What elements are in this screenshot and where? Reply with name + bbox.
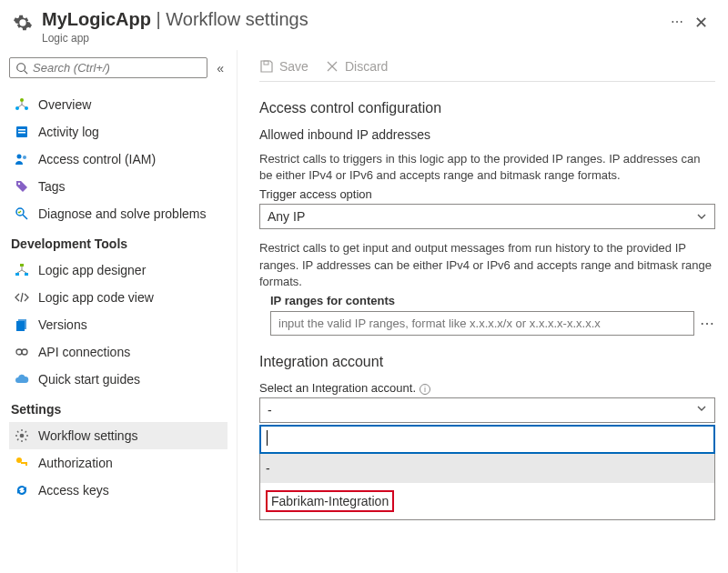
svg-point-18 — [16, 349, 22, 355]
sidebar: « Overview Activity log Access control (… — [0, 50, 237, 572]
refresh-icon — [15, 483, 29, 498]
main-content: Save Discard Access control configuratio… — [237, 50, 728, 572]
dropdown-item-fabrikam[interactable]: Fabrikam-Integration — [260, 483, 714, 519]
save-button[interactable]: Save — [259, 59, 308, 74]
svg-point-8 — [17, 155, 22, 159]
integration-label: Select an Integration account.i — [259, 381, 715, 395]
sidebar-item-activity[interactable]: Activity log — [9, 118, 228, 146]
discard-label: Discard — [345, 59, 388, 74]
section-integration: Integration account — [259, 354, 715, 370]
chevron-down-icon — [696, 403, 707, 414]
svg-point-19 — [22, 349, 27, 355]
sidebar-item-code[interactable]: Logic app code view — [9, 284, 228, 311]
svg-line-12 — [23, 215, 27, 219]
chevron-down-icon — [696, 211, 707, 222]
title-sep: | — [151, 9, 166, 29]
info-icon[interactable]: i — [420, 384, 430, 395]
discard-button[interactable]: Discard — [325, 59, 388, 74]
sidebar-item-label: Workflow settings — [38, 428, 137, 443]
versions-icon — [15, 317, 29, 332]
tag-icon — [15, 179, 29, 194]
app-name: MyLogicApp — [42, 9, 151, 29]
sidebar-item-diagnose[interactable]: Diagnose and solve problems — [9, 200, 228, 227]
gear-small-icon — [15, 428, 29, 443]
highlight-box: Fabrikam-Integration — [266, 490, 394, 512]
cloud-icon — [15, 372, 29, 387]
trigger-desc: Restrict calls to triggers in this logic… — [259, 151, 715, 184]
trigger-select[interactable]: Any IP — [259, 204, 715, 229]
title-page: Workflow settings — [166, 9, 308, 29]
text-cursor — [267, 430, 268, 446]
svg-rect-17 — [16, 321, 25, 331]
sidebar-item-label: API connections — [38, 345, 130, 359]
allowed-ip-heading: Allowed inbound IP addresses — [259, 127, 715, 142]
people-icon — [15, 152, 29, 166]
integration-dropdown: - Fabrikam-Integration — [259, 454, 715, 520]
svg-rect-13 — [20, 264, 24, 266]
sidebar-item-versions[interactable]: Versions — [9, 311, 228, 338]
sidebar-item-label: Tags — [38, 179, 66, 194]
key-icon — [15, 456, 29, 470]
sidebar-item-overview[interactable]: Overview — [9, 91, 228, 118]
sidebar-item-label: Logic app code view — [38, 290, 154, 305]
sidebar-item-label: Versions — [38, 317, 87, 332]
sidebar-item-label: Logic app designer — [38, 263, 146, 277]
integration-select[interactable]: - — [259, 397, 715, 423]
svg-line-1 — [25, 70, 28, 74]
svg-rect-23 — [25, 464, 27, 466]
svg-rect-7 — [18, 132, 25, 134]
close-icon[interactable]: ✕ — [689, 9, 713, 36]
sidebar-item-label: Quick start guides — [38, 372, 140, 387]
sidebar-item-auth[interactable]: Authorization — [9, 449, 228, 477]
dropdown-label: Fabrikam-Integration — [271, 494, 389, 508]
dropdown-item-blank[interactable]: - — [260, 454, 714, 483]
api-icon — [15, 345, 29, 359]
sidebar-item-label: Overview — [38, 97, 91, 112]
page-title: MyLogicApp | Workflow settings — [42, 9, 665, 30]
sidebar-item-quickstart[interactable]: Quick start guides — [9, 366, 228, 393]
branch-icon — [15, 97, 29, 112]
svg-point-20 — [20, 434, 25, 438]
sidebar-group-dev: Development Tools — [9, 227, 228, 256]
sidebar-item-tags[interactable]: Tags — [9, 173, 228, 200]
sidebar-item-label: Access keys — [38, 483, 109, 498]
sidebar-item-workflow[interactable]: Workflow settings — [9, 422, 228, 449]
sidebar-item-api[interactable]: API connections — [9, 338, 228, 366]
sidebar-item-label: Activity log — [38, 125, 99, 139]
svg-point-9 — [23, 156, 26, 159]
resource-type: Logic app — [42, 32, 665, 45]
designer-icon — [15, 263, 29, 277]
trigger-value: Any IP — [268, 209, 305, 224]
svg-point-2 — [20, 98, 24, 102]
sidebar-item-label: Diagnose and solve problems — [38, 206, 206, 221]
dropdown-label: - — [266, 461, 270, 476]
integration-filter-input[interactable] — [259, 425, 715, 454]
svg-rect-22 — [21, 462, 27, 464]
save-label: Save — [279, 59, 308, 74]
gear-icon — [13, 13, 33, 33]
integration-value: - — [268, 403, 272, 417]
search-icon — [15, 62, 28, 75]
search-input[interactable] — [33, 61, 201, 75]
log-icon — [15, 125, 29, 139]
sidebar-item-label: Authorization — [38, 456, 113, 470]
sidebar-item-designer[interactable]: Logic app designer — [9, 256, 228, 284]
ip-more-icon[interactable]: ⋯ — [700, 315, 715, 332]
sidebar-item-iam[interactable]: Access control (IAM) — [9, 146, 228, 173]
sidebar-group-settings: Settings — [9, 393, 228, 422]
sidebar-item-keys[interactable]: Access keys — [9, 477, 228, 504]
diagnose-icon — [15, 206, 29, 221]
blade-header: MyLogicApp | Workflow settings Logic app… — [0, 0, 728, 50]
more-icon[interactable]: ⋯ — [665, 9, 689, 35]
search-input-wrap[interactable] — [9, 57, 207, 78]
trigger-label: Trigger access option — [259, 187, 715, 201]
toolbar: Save Discard — [259, 50, 715, 82]
ip-ranges-input[interactable]: input the valid IP ranges, format like x… — [270, 311, 694, 336]
svg-rect-6 — [18, 129, 25, 131]
content-desc: Restrict calls to get input and output m… — [259, 240, 715, 290]
title-block: MyLogicApp | Workflow settings Logic app — [42, 9, 665, 45]
ip-ranges-label: IP ranges for contents — [259, 294, 715, 307]
section-access-control: Access control configuration — [259, 100, 715, 116]
collapse-icon[interactable]: « — [213, 61, 228, 75]
svg-rect-15 — [25, 273, 28, 276]
